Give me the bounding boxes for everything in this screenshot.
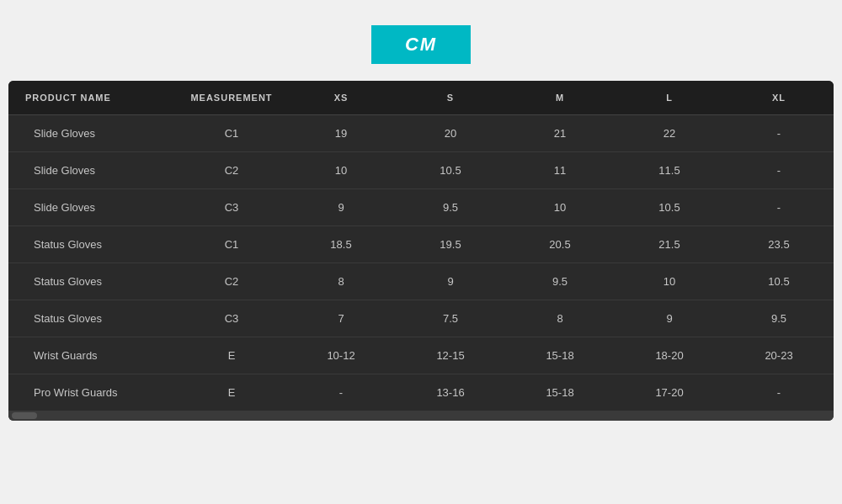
- cell-l: 18-20: [615, 337, 724, 374]
- unit-badge: CM: [371, 25, 471, 64]
- table-row: Wrist GuardsE10-1212-1515-1818-2020-23: [8, 337, 834, 374]
- cell-measurement: E: [177, 374, 286, 411]
- unit-label: CM: [405, 34, 437, 55]
- cell-l: 22: [615, 115, 724, 152]
- cell-m: 10: [505, 189, 615, 226]
- table-header-row: PRODUCT NAME MEASUREMENT XS S M L XL: [8, 81, 834, 115]
- size-chart-table: PRODUCT NAME MEASUREMENT XS S M L XL Sli…: [8, 81, 834, 411]
- cell-m: 21: [505, 115, 615, 152]
- cell-xl: -: [724, 374, 834, 411]
- cell-s: 19.5: [396, 226, 505, 263]
- cell-product_name: Status Gloves: [8, 263, 177, 300]
- col-m: M: [505, 81, 615, 115]
- cell-xs: 7: [286, 300, 396, 337]
- cell-xs: -: [286, 374, 396, 411]
- cell-xl: 10.5: [724, 263, 834, 300]
- cell-s: 10.5: [396, 152, 505, 189]
- table-row: Pro Wrist GuardsE-13-1615-1817-20-: [8, 374, 834, 411]
- cell-l: 17-20: [615, 374, 724, 411]
- cell-xs: 10-12: [286, 337, 396, 374]
- cell-xl: 20-23: [724, 337, 834, 374]
- horizontal-scrollbar-thumb: [12, 412, 37, 419]
- cell-product_name: Status Gloves: [8, 226, 177, 263]
- cell-s: 7.5: [396, 300, 505, 337]
- cell-xs: 18.5: [286, 226, 396, 263]
- cell-measurement: C3: [177, 189, 286, 226]
- col-product-name: PRODUCT NAME: [8, 81, 177, 115]
- cell-measurement: C2: [177, 263, 286, 300]
- cell-measurement: C1: [177, 115, 286, 152]
- cell-s: 13-16: [396, 374, 505, 411]
- cell-xl: 9.5: [724, 300, 834, 337]
- cell-m: 9.5: [505, 263, 615, 300]
- cell-product_name: Pro Wrist Guards: [8, 374, 177, 411]
- cell-m: 15-18: [505, 337, 615, 374]
- col-s: S: [396, 81, 505, 115]
- cell-product_name: Slide Gloves: [8, 189, 177, 226]
- table-row: Slide GlovesC119202122-: [8, 115, 834, 152]
- cell-measurement: E: [177, 337, 286, 374]
- cell-measurement: C1: [177, 226, 286, 263]
- col-measurement: MEASUREMENT: [177, 81, 286, 115]
- cell-measurement: C2: [177, 152, 286, 189]
- table-wrapper: PRODUCT NAME MEASUREMENT XS S M L XL Sli…: [8, 81, 834, 421]
- cell-xs: 10: [286, 152, 396, 189]
- cell-l: 10.5: [615, 189, 724, 226]
- cell-product_name: Status Gloves: [8, 300, 177, 337]
- cell-m: 11: [505, 152, 615, 189]
- cell-s: 9.5: [396, 189, 505, 226]
- cell-xl: -: [724, 152, 834, 189]
- cell-s: 20: [396, 115, 505, 152]
- cell-xl: -: [724, 115, 834, 152]
- cell-product_name: Slide Gloves: [8, 115, 177, 152]
- cell-l: 10: [615, 263, 724, 300]
- table-row: Status GlovesC118.519.520.521.523.5: [8, 226, 834, 263]
- table-row: Slide GlovesC399.51010.5-: [8, 189, 834, 226]
- cell-m: 8: [505, 300, 615, 337]
- cell-product_name: Slide Gloves: [8, 152, 177, 189]
- cell-product_name: Wrist Guards: [8, 337, 177, 374]
- cell-xs: 19: [286, 115, 396, 152]
- table-row: Status GlovesC377.5899.5: [8, 300, 834, 337]
- horizontal-scrollbar[interactable]: [8, 411, 834, 421]
- col-l: L: [615, 81, 724, 115]
- cell-s: 12-15: [396, 337, 505, 374]
- cell-l: 21.5: [615, 226, 724, 263]
- cell-l: 11.5: [615, 152, 724, 189]
- cell-xs: 8: [286, 263, 396, 300]
- cell-l: 9: [615, 300, 724, 337]
- col-xs: XS: [286, 81, 396, 115]
- cell-m: 20.5: [505, 226, 615, 263]
- table-scroll-container[interactable]: PRODUCT NAME MEASUREMENT XS S M L XL Sli…: [8, 81, 834, 411]
- header-section: CM: [371, 25, 471, 64]
- cell-xs: 9: [286, 189, 396, 226]
- col-xl: XL: [724, 81, 834, 115]
- cell-measurement: C3: [177, 300, 286, 337]
- cell-xl: -: [724, 189, 834, 226]
- cell-m: 15-18: [505, 374, 615, 411]
- table-row: Slide GlovesC21010.51111.5-: [8, 152, 834, 189]
- table-row: Status GlovesC2899.51010.5: [8, 263, 834, 300]
- cell-s: 9: [396, 263, 505, 300]
- cell-xl: 23.5: [724, 226, 834, 263]
